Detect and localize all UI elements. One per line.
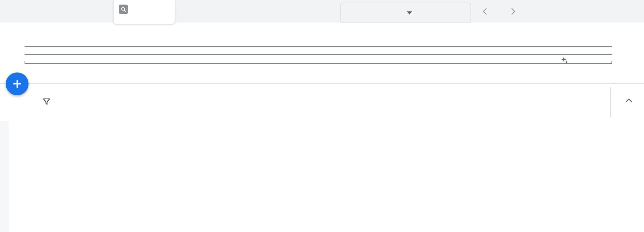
sticky-header-white-strip xyxy=(0,23,644,31)
date-range-picker[interactable] xyxy=(340,3,471,23)
sparkle-icon xyxy=(560,55,570,65)
caret-down-icon xyxy=(407,11,412,15)
range-selector-line-top[interactable] xyxy=(25,54,612,55)
performance-line-chart xyxy=(0,31,644,47)
filter-funnel-icon[interactable] xyxy=(42,97,51,106)
section-divider xyxy=(0,83,644,84)
add-ad-group-fab[interactable] xyxy=(6,72,29,95)
google-ads-ad-groups-screen xyxy=(0,0,644,232)
next-period-button[interactable] xyxy=(508,6,518,17)
ad-groups-table xyxy=(9,121,644,232)
range-selector-right-handle[interactable] xyxy=(611,61,612,64)
range-selector-line-bottom[interactable] xyxy=(25,63,612,64)
plus-icon xyxy=(11,78,23,90)
campaign-scope-chip[interactable] xyxy=(114,0,175,24)
collapse-chart-chevron-up-button[interactable] xyxy=(624,95,634,106)
table-left-gutter xyxy=(0,121,9,232)
previous-period-button[interactable] xyxy=(480,6,490,17)
toolbar-divider xyxy=(610,87,611,117)
app-bar xyxy=(0,0,644,23)
search-campaign-icon xyxy=(119,5,128,14)
range-selector-left-handle[interactable] xyxy=(25,61,25,64)
